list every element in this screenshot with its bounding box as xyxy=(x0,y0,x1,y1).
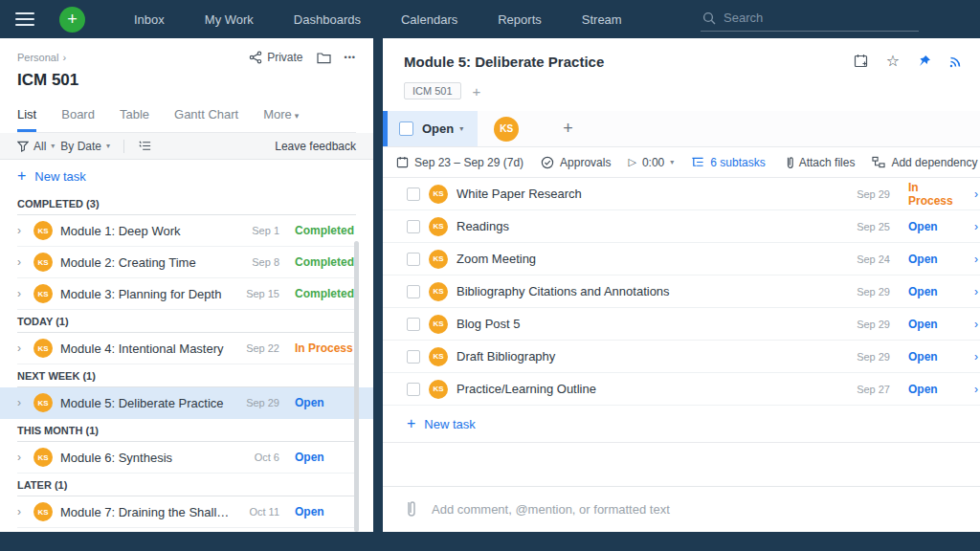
paperclip-icon[interactable] xyxy=(402,500,415,518)
subtask-checkbox[interactable] xyxy=(407,285,420,298)
assignee-avatar[interactable]: KS xyxy=(494,117,519,142)
tab[interactable]: Gantt Chart xyxy=(174,101,238,132)
tab[interactable]: Board xyxy=(61,101,95,132)
nav-item[interactable]: Inbox xyxy=(114,12,185,27)
task-row[interactable]: › KS Module 7: Draining the Shallows Oct… xyxy=(17,496,356,528)
subtask-checkbox[interactable] xyxy=(407,383,420,396)
subtask-status[interactable]: Open xyxy=(908,318,966,331)
subtask-row[interactable]: KS White Paper Research Sep 29 In Proces… xyxy=(383,178,980,210)
subtask-row[interactable]: KS Draft Bibliography Sep 29 Open › xyxy=(383,341,980,373)
subtask-checkbox[interactable] xyxy=(407,350,420,364)
status-dropdown[interactable]: Open ▾ xyxy=(388,111,478,146)
share-private-button[interactable]: Private xyxy=(249,51,302,64)
chevron-right-icon[interactable]: › xyxy=(17,505,26,518)
nav-item[interactable]: Reports xyxy=(478,12,562,27)
add-tag-button[interactable]: + xyxy=(473,83,481,99)
tab[interactable]: Table xyxy=(120,101,149,132)
subtask-status[interactable]: Open xyxy=(908,253,966,266)
chevron-right-icon[interactable]: › xyxy=(974,220,980,233)
timer-button[interactable]: ▷ 0:00 ▾ xyxy=(628,156,674,169)
task-status[interactable]: Completed xyxy=(295,255,356,269)
task-status[interactable]: Completed xyxy=(295,224,356,237)
filter-all-dropdown[interactable]: All▾ xyxy=(17,140,55,153)
dates-button[interactable]: Sep 23 – Sep 29 (7d) xyxy=(396,156,523,169)
subtask-checkbox[interactable] xyxy=(407,220,420,233)
complete-checkbox[interactable] xyxy=(399,121,413,136)
subtask-row[interactable]: KS Practice/Learning Outline Sep 27 Open… xyxy=(383,373,980,406)
subtask-status[interactable]: Open xyxy=(908,285,966,298)
subtask-row[interactable]: KS Readings Sep 25 Open › xyxy=(383,210,980,243)
task-row[interactable]: › KS Module 3: Planning for Depth Sep 15… xyxy=(17,278,356,310)
task-sections: COMPLETED (3) › KS Module 1: Deep Work S… xyxy=(17,192,356,528)
subtask-date: Sep 27 xyxy=(850,384,890,395)
comment-input[interactable]: Add comment, @mention, or formatted text xyxy=(383,486,980,532)
tab[interactable]: More▾ xyxy=(263,101,299,132)
task-status[interactable]: Open xyxy=(295,396,356,409)
folder-icon[interactable] xyxy=(317,52,331,64)
task-row[interactable]: › KS Module 4: Intentional Mastery Sep 2… xyxy=(17,333,356,364)
search-box[interactable]: Search xyxy=(701,7,919,32)
subtask-checkbox[interactable] xyxy=(407,318,420,331)
subtasks-button[interactable]: 6 subtasks xyxy=(691,156,765,169)
rss-feed-icon[interactable] xyxy=(949,55,963,68)
subtask-status[interactable]: Open xyxy=(908,383,966,396)
chevron-right-icon[interactable]: › xyxy=(17,255,26,269)
leave-feedback-link[interactable]: Leave feedback xyxy=(275,140,356,153)
add-dependency-button[interactable]: Add dependency xyxy=(872,156,977,169)
subtask-row[interactable]: KS Bibliography Citations and Annotation… xyxy=(383,276,980,308)
avatar: KS xyxy=(429,185,448,204)
task-status[interactable]: In Process xyxy=(295,342,356,355)
subtask-row[interactable]: KS Zoom Meeting Sep 24 Open › xyxy=(383,243,980,276)
chevron-right-icon[interactable]: › xyxy=(17,224,26,237)
subtask-checkbox[interactable] xyxy=(407,253,420,266)
chevron-right-icon[interactable]: › xyxy=(17,342,26,355)
more-options-icon[interactable]: ••• xyxy=(345,53,356,62)
sort-by-date-dropdown[interactable]: By Date▾ xyxy=(60,140,110,153)
task-status[interactable]: Open xyxy=(295,451,356,464)
add-new-button[interactable]: + xyxy=(59,7,85,33)
project-tag[interactable]: ICM 501 xyxy=(404,82,461,99)
task-row[interactable]: › KS Module 2: Creating Time Sep 8 Compl… xyxy=(17,247,356,278)
new-task-button[interactable]: + New task xyxy=(17,160,356,192)
breadcrumb[interactable]: Personal› xyxy=(17,52,66,63)
nav-item[interactable]: My Work xyxy=(185,12,274,27)
attach-files-button[interactable]: Attach files xyxy=(783,156,856,169)
chevron-right-icon[interactable]: › xyxy=(974,383,980,396)
chevron-right-icon[interactable]: › xyxy=(974,253,980,266)
task-status[interactable]: Open xyxy=(295,505,356,518)
scrollbar[interactable] xyxy=(354,241,359,532)
subtask-status[interactable]: Open xyxy=(908,220,966,233)
hamburger-menu-icon[interactable] xyxy=(15,12,34,26)
chevron-right-icon[interactable]: › xyxy=(974,187,980,201)
task-section: THIS MONTH (1) › KS Module 6: Synthesis … xyxy=(17,419,356,474)
chevron-right-icon[interactable]: › xyxy=(17,396,26,409)
star-icon[interactable]: ☆ xyxy=(886,55,900,68)
nav-item[interactable]: Stream xyxy=(562,12,642,27)
subtask-status[interactable]: Open xyxy=(908,350,966,364)
chevron-right-icon[interactable]: › xyxy=(974,318,980,331)
subtask-status[interactable]: In Process xyxy=(908,181,966,208)
add-assignee-button[interactable]: + xyxy=(563,119,573,139)
task-row[interactable]: › KS Module 1: Deep Work Sep 1 Completed xyxy=(17,215,356,247)
chevron-right-icon[interactable]: › xyxy=(974,285,980,298)
subtask-row[interactable]: KS Blog Post 5 Sep 29 Open › xyxy=(383,308,980,341)
approvals-button[interactable]: Approvals xyxy=(541,156,611,169)
chevron-right-icon[interactable]: › xyxy=(17,451,26,464)
task-section: TODAY (1) › KS Module 4: Intentional Mas… xyxy=(17,310,356,364)
customize-fields-icon[interactable] xyxy=(138,140,152,152)
new-subtask-button[interactable]: + New task xyxy=(383,406,980,443)
task-row[interactable]: › KS Module 5: Deliberate Practice Sep 2… xyxy=(0,387,373,419)
nav-item[interactable]: Dashboards xyxy=(274,12,381,27)
task-status[interactable]: Completed xyxy=(295,287,356,300)
subtask-checkbox[interactable] xyxy=(407,187,420,201)
chevron-right-icon[interactable]: › xyxy=(974,350,980,364)
tab[interactable]: List xyxy=(17,101,36,132)
add-to-calendar-icon[interactable] xyxy=(854,54,868,68)
nav-item[interactable]: Calendars xyxy=(381,12,478,27)
filter-bar: All▾ By Date▾ Leave feedback xyxy=(0,133,373,160)
pin-icon[interactable] xyxy=(918,55,931,68)
task-date: Sep 15 xyxy=(241,288,279,299)
chevron-down-icon: ▾ xyxy=(670,158,674,166)
chevron-right-icon[interactable]: › xyxy=(17,287,26,300)
task-row[interactable]: › KS Module 6: Synthesis Oct 6 Open xyxy=(17,442,356,474)
